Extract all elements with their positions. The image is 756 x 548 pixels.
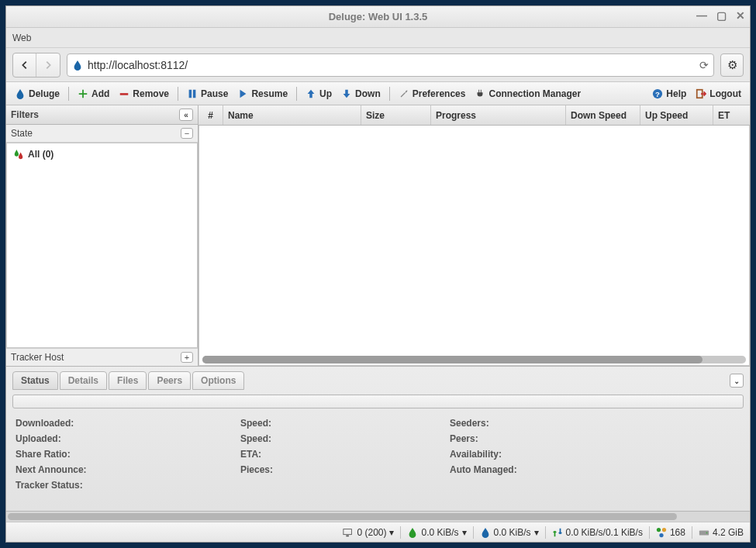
svg-point-8 bbox=[657, 527, 661, 531]
help-button[interactable]: ? Help bbox=[648, 86, 690, 102]
label-active-time: Active Tim bbox=[682, 418, 744, 429]
down-button[interactable]: Down bbox=[337, 86, 385, 102]
dropdown-icon: ▾ bbox=[462, 527, 467, 538]
col-progress[interactable]: Progress bbox=[431, 105, 566, 125]
col-number[interactable]: # bbox=[198, 105, 223, 125]
progress-bar-empty bbox=[12, 395, 744, 408]
label-date-added: Date Adde bbox=[682, 464, 744, 475]
tab-peers[interactable]: Peers bbox=[148, 371, 191, 390]
back-button[interactable] bbox=[13, 53, 36, 77]
filters-header: Filters « bbox=[6, 105, 198, 125]
tab-status[interactable]: Status bbox=[12, 371, 58, 390]
status-down-rate[interactable]: 0.0 KiB/s ▾ bbox=[407, 527, 466, 538]
up-button[interactable]: Up bbox=[302, 86, 336, 102]
chevron-left-double-icon: « bbox=[184, 111, 188, 119]
grid-body bbox=[198, 126, 750, 366]
svg-point-10 bbox=[659, 532, 663, 536]
col-name[interactable]: Name bbox=[223, 105, 361, 125]
tab-files[interactable]: Files bbox=[109, 371, 147, 390]
status-up-rate[interactable]: 0.0 KiB/s ▾ bbox=[480, 527, 539, 538]
scrollbar-thumb[interactable] bbox=[202, 356, 702, 364]
filter-section-state[interactable]: State − bbox=[6, 125, 198, 143]
logout-icon bbox=[696, 88, 706, 99]
toolbar: Deluge Add Remove Pause Resume Up Down bbox=[6, 82, 750, 105]
arrow-up-icon bbox=[306, 88, 316, 99]
play-icon bbox=[237, 88, 248, 99]
logout-button[interactable]: Logout bbox=[692, 86, 745, 102]
monitor-icon bbox=[343, 527, 354, 538]
menu-web[interactable]: Web bbox=[12, 33, 31, 43]
status-dht[interactable]: 168 bbox=[656, 527, 685, 538]
svg-rect-2 bbox=[193, 89, 196, 98]
help-icon: ? bbox=[652, 88, 663, 99]
status-fields: Downloaded: Speed: Seeders: Active Tim U… bbox=[12, 413, 744, 506]
label-peers: Peers: bbox=[450, 433, 682, 444]
dht-icon bbox=[656, 527, 667, 538]
chevron-down-icon: ⌄ bbox=[734, 377, 740, 385]
label-next-announce: Next Announce: bbox=[16, 464, 240, 475]
collapse-filters-button[interactable]: « bbox=[179, 109, 193, 121]
svg-text:?: ? bbox=[655, 89, 660, 98]
filter-section-tracker[interactable]: Tracker Host + bbox=[6, 348, 198, 366]
label-downloaded: Downloaded: bbox=[16, 418, 240, 429]
up-drop-icon bbox=[480, 527, 491, 538]
content-area: Filters « State − All (0) bbox=[6, 105, 750, 366]
label-seeders: Seeders: bbox=[450, 418, 682, 429]
forward-button[interactable] bbox=[36, 53, 60, 77]
tab-details[interactable]: Details bbox=[60, 371, 107, 390]
nav-group bbox=[12, 53, 60, 78]
down-drop-icon bbox=[407, 527, 418, 538]
reload-button[interactable]: ⟳ bbox=[699, 59, 709, 71]
connection-manager-button[interactable]: Connection Manager bbox=[471, 86, 585, 102]
plus-icon: + bbox=[185, 353, 189, 362]
filter-state-body: All (0) bbox=[6, 143, 198, 348]
filter-item-all[interactable]: All (0) bbox=[10, 146, 194, 162]
url-input[interactable] bbox=[88, 59, 695, 71]
collapse-state-button[interactable]: − bbox=[181, 128, 193, 139]
label-pieces: Pieces: bbox=[240, 464, 450, 475]
label-share-ratio: Share Ratio: bbox=[16, 449, 240, 460]
svg-rect-1 bbox=[189, 89, 192, 98]
scrollbar-thumb[interactable] bbox=[8, 513, 677, 520]
status-disk[interactable]: 4.2 GiB bbox=[699, 527, 744, 538]
tabs-menu-button[interactable]: ⌄ bbox=[730, 374, 744, 388]
deluge-icon bbox=[72, 60, 83, 71]
pause-button[interactable]: Pause bbox=[183, 86, 232, 102]
col-down-speed[interactable]: Down Speed bbox=[566, 105, 640, 125]
settings-button[interactable]: ⚙ bbox=[720, 53, 744, 77]
dropdown-icon: ▾ bbox=[389, 527, 394, 538]
preferences-button[interactable]: Preferences bbox=[395, 86, 470, 102]
deluge-drop-icon bbox=[15, 88, 26, 99]
add-button[interactable]: Add bbox=[74, 86, 113, 102]
col-up-speed[interactable]: Up Speed bbox=[640, 105, 713, 125]
plug-icon bbox=[475, 88, 485, 99]
svg-point-9 bbox=[662, 527, 666, 531]
expand-tracker-button[interactable]: + bbox=[181, 352, 193, 363]
close-button[interactable]: ✕ bbox=[736, 9, 745, 22]
filter-tracker-label: Tracker Host bbox=[11, 352, 64, 363]
details-h-scrollbar[interactable] bbox=[6, 511, 750, 522]
wrench-icon bbox=[399, 88, 409, 99]
status-protocol[interactable]: 0.0 KiB/s/0.1 KiB/s bbox=[552, 527, 643, 538]
minus-icon: − bbox=[185, 129, 189, 138]
status-connections[interactable]: 0 (200) ▾ bbox=[343, 527, 394, 538]
app-logo[interactable]: Deluge bbox=[11, 86, 64, 102]
col-size[interactable]: Size bbox=[361, 105, 431, 125]
minimize-button[interactable]: — bbox=[696, 9, 707, 22]
resume-button[interactable]: Resume bbox=[233, 86, 292, 102]
svg-point-12 bbox=[706, 532, 708, 533]
separator bbox=[68, 87, 69, 101]
details-panel: Status Details Files Peers Options ⌄ Dow… bbox=[6, 366, 750, 511]
remove-button[interactable]: Remove bbox=[115, 86, 173, 102]
tab-options[interactable]: Options bbox=[192, 371, 244, 390]
horizontal-scrollbar[interactable] bbox=[202, 356, 746, 364]
pause-icon bbox=[187, 88, 198, 99]
col-eta[interactable]: ET bbox=[713, 105, 750, 125]
torrent-grid: # Name Size Progress Down Speed Up Speed… bbox=[198, 105, 750, 366]
maximize-button[interactable]: ▢ bbox=[716, 9, 727, 22]
details-tabs: Status Details Files Peers Options ⌄ bbox=[12, 371, 744, 390]
window-title: Deluge: Web UI 1.3.5 bbox=[329, 11, 428, 22]
address-bar: ⟳ ⚙ bbox=[6, 48, 750, 82]
menubar: Web bbox=[6, 28, 750, 48]
dropdown-icon: ▾ bbox=[534, 527, 539, 538]
